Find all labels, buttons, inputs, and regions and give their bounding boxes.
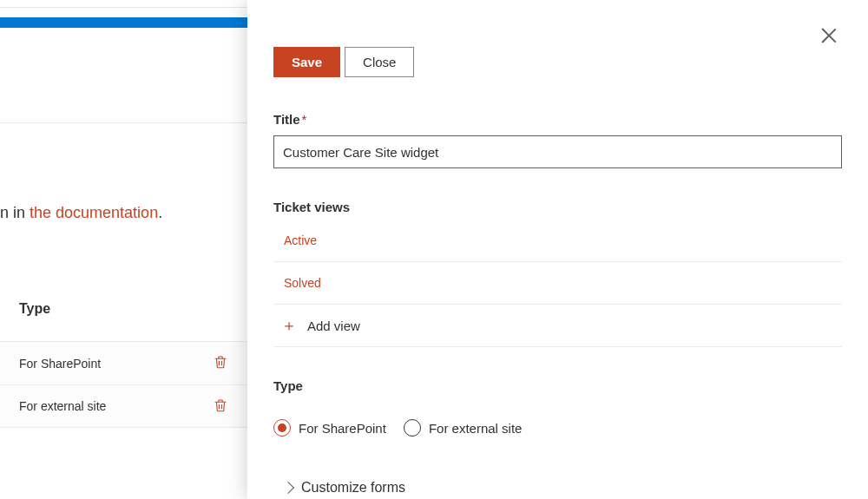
trash-icon[interactable] xyxy=(213,354,228,372)
save-button[interactable]: Save xyxy=(273,47,340,77)
customize-forms-label: Customize forms xyxy=(301,480,405,496)
row-label: For external site xyxy=(19,399,106,413)
doc-text-suffix: . xyxy=(158,204,162,221)
add-view-button[interactable]: ＋ Add view xyxy=(273,305,842,347)
radio-icon xyxy=(273,419,291,437)
doc-text-prefix: n in xyxy=(0,204,30,221)
chevron-right-icon xyxy=(282,482,294,494)
title-label: Title* xyxy=(273,112,842,127)
ticket-view-item[interactable]: Solved xyxy=(273,262,842,305)
plus-icon: ＋ xyxy=(281,315,297,336)
ticket-view-item[interactable]: Active xyxy=(273,220,842,262)
row-label: For SharePoint xyxy=(19,357,101,371)
close-icon[interactable] xyxy=(821,28,837,43)
radio-for-external[interactable]: For external site xyxy=(404,419,523,437)
doc-text-fragment: n in the documentation. xyxy=(0,204,162,222)
edit-panel: Save Close Title* Ticket views Active So… xyxy=(247,0,868,499)
type-label: Type xyxy=(273,378,842,393)
close-button[interactable]: Close xyxy=(345,47,414,77)
radio-icon xyxy=(404,419,421,437)
trash-icon[interactable] xyxy=(213,397,228,416)
table-row[interactable]: For external site xyxy=(0,384,247,428)
radio-label: For external site xyxy=(429,421,523,436)
radio-label: For SharePoint xyxy=(299,421,386,436)
table-row[interactable]: For SharePoint xyxy=(0,341,247,384)
ticket-views-label: Ticket views xyxy=(273,200,842,214)
customize-forms-toggle[interactable]: Customize forms xyxy=(273,480,842,496)
title-input[interactable] xyxy=(273,135,842,168)
background-table: Type For SharePoint For external site xyxy=(0,291,247,428)
table-header-type: Type xyxy=(0,291,247,341)
radio-for-sharepoint[interactable]: For SharePoint xyxy=(273,419,386,437)
add-view-label: Add view xyxy=(307,318,360,333)
documentation-link[interactable]: the documentation xyxy=(30,204,158,221)
